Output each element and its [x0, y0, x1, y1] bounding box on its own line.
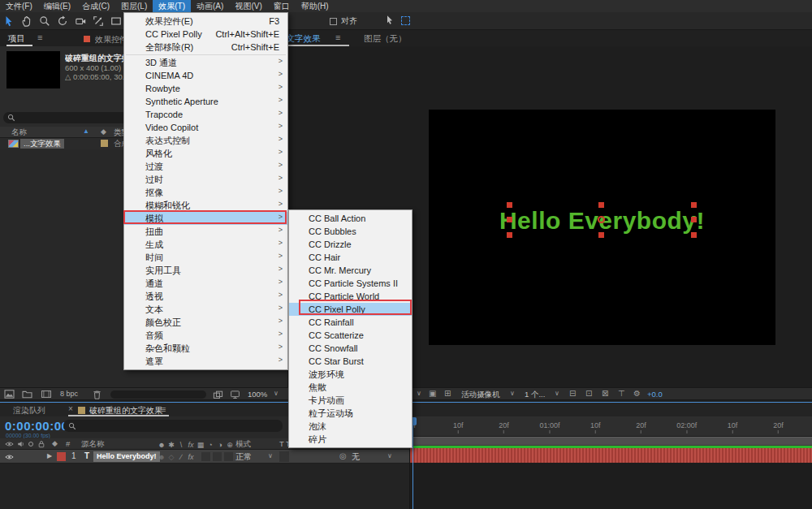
timeline-search-field[interactable] — [63, 420, 283, 432]
footage-panel-icon[interactable] — [4, 390, 15, 399]
submenu-item[interactable]: CC Particle World — [289, 290, 412, 303]
menu-item[interactable]: 效果控件(E)F3 — [124, 15, 287, 28]
menu-item[interactable]: 风格化> — [124, 147, 287, 160]
shy-icon[interactable]: ☻ — [157, 441, 166, 449]
folder-icon[interactable] — [22, 390, 32, 399]
render-queue-tab[interactable]: 渲染队列 — [13, 405, 45, 416]
timecode[interactable]: 0:00:00:00 — [5, 419, 68, 433]
submenu-item[interactable]: CC Ball Action — [289, 212, 412, 225]
submenu-item[interactable]: CC Scatterize — [289, 329, 412, 342]
layers-icon[interactable] — [213, 390, 223, 399]
menubar-item[interactable]: 图层(L) — [115, 0, 153, 12]
menu-item[interactable]: Synthetic Aperture> — [124, 95, 287, 108]
timeline-panel-menu-icon[interactable]: ≡ — [161, 404, 166, 414]
menu-item[interactable]: 遮罩> — [124, 355, 287, 368]
menu-item[interactable]: 3D 通道> — [124, 56, 287, 69]
selection-handle[interactable] — [507, 232, 512, 238]
view-count-select[interactable]: 1 个... — [525, 390, 545, 400]
layer-name[interactable]: Hello Everybody! — [93, 451, 160, 462]
submenu-item[interactable]: CC Drizzle — [289, 238, 412, 251]
submenu-item[interactable]: CC Particle Systems II — [289, 277, 412, 290]
expand-arrow-icon[interactable]: ▶ — [47, 452, 52, 459]
playhead-line[interactable] — [412, 417, 413, 509]
hand-tool-icon[interactable] — [18, 13, 36, 29]
fx-icon[interactable]: fx — [186, 441, 196, 449]
menubar-item[interactable]: 窗口 — [268, 0, 296, 12]
film-icon[interactable] — [41, 390, 52, 399]
pickwhip-icon[interactable]: ◎ — [339, 451, 347, 460]
pixel-aspect-icon[interactable]: ⊟ — [569, 389, 576, 398]
menubar-item[interactable]: 编辑(E) — [38, 0, 76, 12]
viewer-zoom-chevron-icon[interactable]: ∨ — [274, 390, 279, 397]
exposure-value[interactable]: +0.0 — [647, 390, 663, 399]
eye-icon[interactable] — [5, 454, 14, 460]
rect-mask-tool-icon[interactable] — [107, 13, 125, 29]
menubar-item[interactable]: 动画(A) — [191, 0, 229, 12]
selection-handle[interactable] — [598, 232, 604, 238]
camera-tool-icon[interactable] — [71, 13, 89, 29]
close-icon[interactable]: × — [68, 404, 73, 413]
mode-chevron-icon[interactable]: ∨ — [268, 452, 273, 459]
menubar-item[interactable]: 合成(C) — [76, 0, 115, 12]
menu-item[interactable]: 透视> — [124, 290, 287, 303]
index-column-header[interactable]: # — [66, 439, 70, 448]
tag-icon[interactable]: ◆ — [101, 127, 106, 136]
menu-item[interactable]: 通道> — [124, 277, 287, 290]
submenu-item[interactable]: 焦散 — [289, 381, 412, 394]
menubar-item[interactable]: 帮助(H) — [296, 0, 335, 12]
menu-item[interactable]: 模糊和锐化> — [124, 199, 287, 212]
shy-icon[interactable]: ☻ — [157, 453, 166, 461]
selection-tool-icon[interactable] — [0, 13, 18, 29]
trash-icon[interactable] — [93, 390, 102, 399]
selection-handle[interactable] — [691, 217, 697, 222]
layer-viewer-tab[interactable]: 图层（无） — [364, 33, 407, 45]
column-header-name[interactable]: 名称 — [11, 127, 27, 138]
chevron-icon[interactable]: ∨ — [417, 390, 421, 397]
submenu-item[interactable]: CC Rainfall — [289, 316, 412, 329]
layer-color-label[interactable] — [57, 452, 66, 461]
selection-handle[interactable] — [507, 202, 512, 208]
quality-icon[interactable]: \ — [176, 441, 186, 449]
camera-chevron-icon[interactable]: ∨ — [510, 390, 515, 397]
snap-region-icon[interactable] — [401, 16, 410, 25]
work-area-bar[interactable] — [410, 437, 812, 446]
comp-item-name[interactable]: ...文字效果 — [20, 139, 64, 149]
mode-column-header[interactable]: 模式 — [235, 439, 251, 450]
submenu-item[interactable]: 粒子运动场 — [289, 407, 412, 420]
adjustment-layer-icon[interactable]: ◑ — [215, 441, 225, 449]
menu-item[interactable]: 实用工具> — [124, 264, 287, 277]
collapse-icon[interactable]: ✱ — [166, 441, 176, 449]
parent-chevron-icon[interactable]: ∨ — [387, 452, 392, 459]
menu-item[interactable]: 生成> — [124, 238, 287, 251]
menu-item[interactable]: 时间> — [124, 251, 287, 264]
submenu-item[interactable]: CC Snowfall — [289, 342, 412, 355]
flowchart-icon[interactable]: ⊤ — [618, 389, 625, 398]
selection-handle[interactable] — [691, 232, 697, 238]
menu-item[interactable]: 全部移除(R)Ctrl+Shift+E — [124, 41, 287, 54]
switch-cell[interactable] — [224, 452, 233, 461]
menu-item[interactable]: 音频> — [124, 329, 287, 342]
pan-behind-tool-icon[interactable] — [89, 13, 107, 29]
menu-item[interactable]: CINEMA 4D> — [124, 69, 287, 82]
comp-thumbnail[interactable] — [6, 51, 60, 88]
menu-item[interactable]: Video Copilot> — [124, 121, 287, 134]
view-chevron-icon[interactable]: ∨ — [555, 390, 559, 397]
menu-item[interactable]: 文本> — [124, 303, 287, 316]
zoom-tool-icon[interactable] — [36, 13, 54, 29]
menu-item[interactable]: 颜色校正> — [124, 316, 287, 329]
selection-handle[interactable] — [598, 202, 604, 208]
rotate-tool-icon[interactable] — [54, 13, 71, 29]
align-checkbox[interactable] — [330, 18, 337, 25]
time-ruler[interactable]: 0f10f20f01:00f10f20f02:00f10f20f — [410, 416, 812, 437]
source-name-column-header[interactable]: 源名称 — [81, 439, 105, 450]
exposure-gear-icon[interactable]: ⚙ — [633, 389, 641, 398]
menu-item[interactable]: 模拟> — [124, 212, 287, 225]
submenu-item[interactable]: CC Star Burst — [289, 355, 412, 368]
label-column-icon[interactable]: ◆ — [52, 439, 58, 447]
monitor-icon[interactable] — [230, 390, 240, 399]
solo-icon[interactable] — [28, 442, 33, 446]
bpc-label[interactable]: 8 bpc — [60, 390, 78, 398]
sort-asc-icon[interactable]: ▲ — [83, 127, 89, 135]
selection-handle[interactable] — [691, 202, 697, 208]
region-of-interest-icon[interactable]: ▣ — [429, 389, 436, 398]
